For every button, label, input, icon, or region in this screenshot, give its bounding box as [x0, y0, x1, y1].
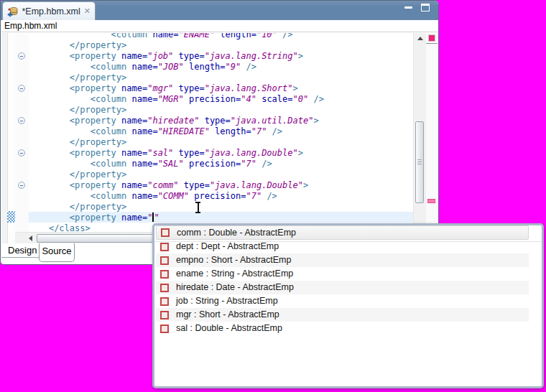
code-token: "10": [256, 33, 277, 39]
hbm-file-icon: [7, 6, 19, 17]
completion-item[interactable]: ename : String - AbstractEmp: [156, 267, 529, 281]
code-token: >: [303, 180, 308, 190]
code-token: ": [147, 213, 152, 223]
content-assist-popup[interactable]: comm : Double - AbstractEmpdept : Dept -…: [152, 223, 544, 388]
code-line[interactable]: </property>: [28, 202, 414, 213]
code-token: "COMM": [158, 191, 189, 201]
code-token: <property: [70, 51, 116, 61]
code-token: name=: [116, 180, 147, 190]
code-token: "java.lang.Double": [205, 148, 298, 158]
code-line[interactable]: </property>: [28, 105, 414, 116]
overview-ruler[interactable]: [426, 33, 438, 243]
code-line[interactable]: <column name="ENAME" length="10" />: [28, 33, 414, 40]
code-line[interactable]: </property>: [28, 169, 414, 180]
code-token: "mgr": [147, 83, 173, 93]
tab-design[interactable]: Design: [6, 244, 39, 257]
code-token: "java.lang.Double": [210, 180, 303, 190]
vertical-scrollbar[interactable]: [413, 33, 426, 243]
completion-item[interactable]: hiredate : Date - AbstractEmp: [156, 281, 529, 294]
code-line[interactable]: <property name="comm" type="java.lang.Do…: [28, 180, 414, 191]
code-token: type=: [173, 148, 204, 158]
code-token: length=: [184, 62, 226, 72]
code-line[interactable]: </property>: [28, 137, 414, 148]
overview-position-marker[interactable]: [427, 199, 435, 203]
completion-item-label: hiredate : Date - AbstractEmp: [176, 281, 294, 294]
code-token: >: [298, 51, 303, 61]
completion-item[interactable]: job : String - AbstractEmp: [156, 294, 529, 308]
code-token: >: [293, 83, 298, 93]
code-line[interactable]: <property name="job" type="java.lang.Str…: [28, 51, 414, 62]
code-token: "MGR": [158, 94, 184, 104]
folding-ruler[interactable]: [15, 33, 29, 243]
fold-collapse-icon[interactable]: [18, 149, 25, 157]
editor-titlebar[interactable]: *Emp.hbm.xml ✕: [1, 1, 438, 20]
completion-item-label: mgr : Short - AbstractEmp: [176, 308, 279, 322]
code-token: <column: [91, 126, 127, 136]
field-icon: [160, 284, 169, 292]
overview-error-marker[interactable]: [428, 34, 435, 42]
code-token: name=: [147, 33, 178, 39]
code-token: name=: [126, 94, 157, 104]
code-token: "SAL": [158, 159, 184, 169]
code-token: length=: [210, 126, 251, 136]
code-token: [28, 137, 70, 147]
tab-close-icon[interactable]: ✕: [84, 6, 91, 16]
code-line[interactable]: </property>: [28, 73, 414, 83]
vertical-scrollbar-thumb[interactable]: [415, 121, 424, 203]
fold-collapse-icon[interactable]: [18, 85, 25, 92]
tab-bar-edge: [1, 257, 40, 258]
breadcrumb: Emp.hbm.xml: [1, 20, 438, 32]
code-token: </property>: [70, 73, 126, 83]
code-token: >: [298, 148, 303, 158]
completion-item[interactable]: empno : Short - AbstractEmp: [156, 253, 529, 267]
code-token: scale=: [256, 94, 293, 104]
code-token: [28, 62, 91, 72]
editor-tab-emp-hbm[interactable]: *Emp.hbm.xml ✕: [2, 1, 96, 20]
completion-item-label: job : String - AbstractEmp: [176, 294, 278, 308]
code-text[interactable]: <column name="ENAME" length="10" /> </pr…: [28, 33, 414, 234]
code-line[interactable]: <property name="hiredate" type="java.uti…: [28, 116, 414, 126]
code-line[interactable]: <column name="COMM" precision="7" />: [28, 191, 414, 202]
code-line[interactable]: <column name="SAL" precision="7" />: [28, 159, 414, 169]
field-icon: [160, 297, 169, 306]
code-line-current[interactable]: <property name="": [28, 213, 414, 223]
code-token: />: [256, 159, 272, 169]
scroll-left-arrow-icon[interactable]: [25, 233, 35, 243]
scroll-up-arrow-icon[interactable]: [414, 33, 426, 43]
code-token: "java.lang.String": [205, 51, 298, 61]
code-line[interactable]: </property>: [28, 40, 414, 51]
code-token: "sal": [147, 148, 173, 158]
code-token: />: [277, 33, 293, 39]
code-token: <property: [70, 116, 116, 126]
fold-collapse-icon[interactable]: [18, 117, 25, 124]
code-token: name=: [126, 191, 157, 201]
completion-item[interactable]: sal : Double - AbstractEmp: [156, 322, 529, 335]
code-token: [28, 213, 70, 223]
fold-collapse-icon[interactable]: [18, 182, 25, 189]
code-token: />: [241, 62, 256, 72]
current-line-range-marker: [7, 211, 15, 223]
code-token: <property: [70, 83, 116, 93]
tab-source[interactable]: Source: [39, 243, 75, 262]
minimize-button[interactable]: [404, 4, 412, 9]
code-token: type=: [173, 83, 204, 93]
completion-item[interactable]: comm : Double - AbstractEmp: [156, 225, 529, 240]
code-line[interactable]: <column name="HIREDATE" length="7" />: [28, 126, 414, 137]
code-line[interactable]: <property name="mgr" type="java.lang.Sho…: [28, 83, 414, 94]
xml-source-editor[interactable]: <column name="ENAME" length="10" /> </pr…: [1, 33, 438, 243]
code-token: <column: [91, 159, 127, 169]
completion-item[interactable]: mgr : Short - AbstractEmp: [156, 308, 529, 322]
code-line[interactable]: <column name="JOB" length="9" />: [28, 62, 414, 73]
completion-item-label: comm : Double - AbstractEmp: [177, 226, 296, 240]
code-token: </property>: [70, 202, 126, 212]
code-line[interactable]: <property name="sal" type="java.lang.Dou…: [28, 148, 414, 159]
code-line[interactable]: <column name="MGR" precision="4" scale="…: [28, 94, 414, 105]
field-icon: [160, 243, 169, 251]
maximize-button[interactable]: [421, 4, 430, 11]
field-icon: [161, 228, 170, 237]
code-token: <column: [91, 94, 127, 104]
screen: { "colors":{ "bg-magenta":"#FF00FF", "ti…: [0, 0, 546, 392]
fold-collapse-icon[interactable]: [18, 52, 25, 60]
code-token: "ENAME": [179, 33, 216, 39]
field-icon: [160, 256, 169, 265]
